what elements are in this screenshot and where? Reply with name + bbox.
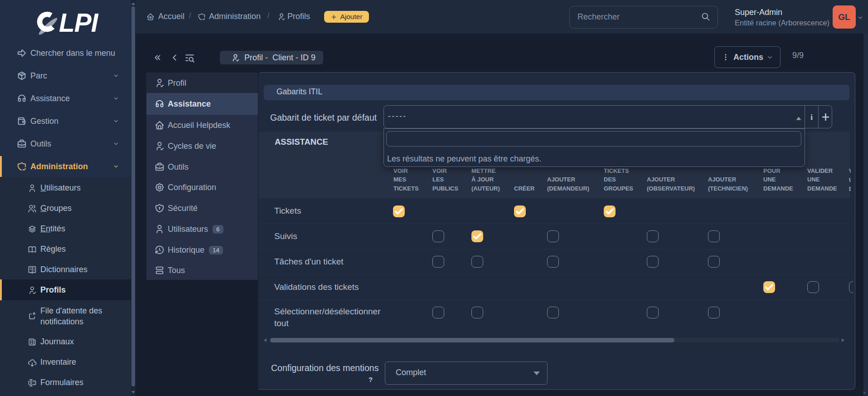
svg-text:LPI: LPI (59, 9, 99, 37)
